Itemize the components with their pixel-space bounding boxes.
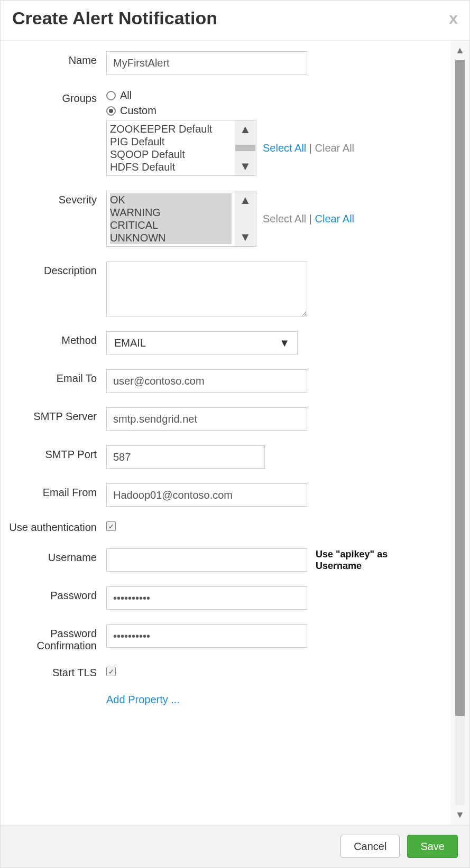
name-input[interactable] xyxy=(106,51,307,74)
separator: | xyxy=(309,142,315,154)
label-use-auth: Use authentication xyxy=(6,521,106,534)
radio-icon xyxy=(106,91,116,100)
close-icon[interactable]: x xyxy=(449,10,458,27)
row-start-tls: Start TLS ✓ xyxy=(6,667,445,679)
chevron-down-icon[interactable]: ▼ xyxy=(239,228,251,246)
method-select[interactable]: EMAIL ▼ xyxy=(106,331,298,354)
list-item[interactable]: ZOOKEEPER Default xyxy=(110,123,232,135)
scroll-thumb[interactable] xyxy=(235,145,255,151)
username-input[interactable] xyxy=(106,548,307,572)
row-name: Name xyxy=(6,51,445,74)
list-item[interactable]: PIG Default xyxy=(110,135,232,148)
label-severity: Severity xyxy=(6,191,106,206)
label-email-to: Email To xyxy=(6,369,106,385)
chevron-down-icon[interactable]: ▼ xyxy=(450,805,469,825)
dialog-title: Create Alert Notification xyxy=(12,8,217,29)
row-email-to: Email To xyxy=(6,369,445,393)
dialog-header: Create Alert Notification x xyxy=(1,1,469,41)
row-password-confirm: Password Confirmation xyxy=(6,624,445,652)
row-method: Method EMAIL ▼ xyxy=(6,331,445,354)
groups-radio-all-label: All xyxy=(120,89,132,101)
list-item[interactable]: OK xyxy=(110,193,232,206)
row-username: Username Use "apikey" as Username xyxy=(6,548,445,572)
start-tls-checkbox[interactable]: ✓ xyxy=(106,667,116,676)
label-password: Password xyxy=(6,586,106,602)
label-start-tls: Start TLS xyxy=(6,667,106,679)
row-email-from: Email From xyxy=(6,483,445,507)
list-item[interactable]: HDFS Default xyxy=(110,161,232,173)
form-scroll-area[interactable]: Name Groups All Custom xyxy=(1,41,450,825)
chevron-down-icon[interactable]: ▼ xyxy=(239,157,251,175)
scroll-thumb[interactable] xyxy=(455,60,465,716)
groups-radio-custom-label: Custom xyxy=(120,105,156,117)
chevron-down-icon: ▼ xyxy=(279,337,290,349)
row-smtp-port: SMTP Port xyxy=(6,445,445,469)
radio-icon xyxy=(106,106,116,116)
label-password-confirm: Password Confirmation xyxy=(6,624,106,652)
dialog-footer: Cancel Save xyxy=(1,825,469,867)
list-item[interactable]: WARNING xyxy=(110,206,232,219)
severity-listbox[interactable]: OK WARNING CRITICAL UNKNOWN ▲ ▼ xyxy=(106,191,256,247)
label-name: Name xyxy=(6,51,106,67)
label-smtp-server: SMTP Server xyxy=(6,407,106,423)
severity-clear-all[interactable]: Clear All xyxy=(315,213,354,225)
listbox-scrollbar[interactable]: ▲ ▼ xyxy=(235,191,256,246)
row-use-auth: Use authentication ✓ xyxy=(6,521,445,534)
description-textarea[interactable] xyxy=(106,262,307,316)
label-email-from: Email From xyxy=(6,483,106,499)
smtp-server-input[interactable] xyxy=(106,407,307,431)
chevron-up-icon[interactable]: ▲ xyxy=(450,41,469,60)
method-value: EMAIL xyxy=(114,337,146,349)
dialog-body: Name Groups All Custom xyxy=(1,41,469,825)
groups-select-all[interactable]: Select All xyxy=(263,142,306,154)
list-item[interactable]: UNKNOWN xyxy=(110,231,232,244)
scroll-track[interactable] xyxy=(455,60,465,805)
list-item[interactable]: CRITICAL xyxy=(110,219,232,231)
label-description: Description xyxy=(6,262,106,277)
password-confirm-input[interactable] xyxy=(106,624,307,648)
save-button[interactable]: Save xyxy=(407,835,458,858)
label-smtp-port: SMTP Port xyxy=(6,445,106,461)
row-add-property: Add Property ... xyxy=(6,694,445,706)
add-property-link[interactable]: Add Property ... xyxy=(106,694,445,706)
password-input[interactable] xyxy=(106,586,307,610)
groups-actions: Select All | Clear All xyxy=(263,142,354,154)
dialog: Create Alert Notification x Name Groups … xyxy=(0,0,470,868)
list-item[interactable]: SQOOP Default xyxy=(110,148,232,161)
groups-radio-all[interactable]: All xyxy=(106,89,445,101)
chevron-up-icon[interactable]: ▲ xyxy=(239,120,251,138)
cancel-button[interactable]: Cancel xyxy=(340,835,400,858)
severity-select-all[interactable]: Select All xyxy=(263,213,306,225)
label-groups: Groups xyxy=(6,89,106,105)
use-auth-checkbox[interactable]: ✓ xyxy=(106,521,116,531)
username-hint: Use "apikey" as Username xyxy=(316,548,406,572)
groups-radio-custom[interactable]: Custom xyxy=(106,105,445,117)
groups-clear-all[interactable]: Clear All xyxy=(315,142,354,154)
severity-actions: Select All | Clear All xyxy=(263,213,354,225)
smtp-port-input[interactable] xyxy=(106,445,265,469)
dialog-scrollbar[interactable]: ▲ ▼ xyxy=(450,41,469,825)
email-to-input[interactable] xyxy=(106,369,307,393)
label-username: Username xyxy=(6,548,106,564)
email-from-input[interactable] xyxy=(106,483,307,507)
row-description: Description xyxy=(6,262,445,316)
row-smtp-server: SMTP Server xyxy=(6,407,445,431)
listbox-scrollbar[interactable]: ▲ ▼ xyxy=(235,120,256,175)
row-severity: Severity OK WARNING CRITICAL UNKNOWN ▲ xyxy=(6,191,445,247)
row-password: Password xyxy=(6,586,445,610)
chevron-up-icon[interactable]: ▲ xyxy=(239,191,251,209)
separator: | xyxy=(309,213,315,225)
groups-listbox[interactable]: ZOOKEEPER Default PIG Default SQOOP Defa… xyxy=(106,120,256,176)
row-groups: Groups All Custom ZOOKEEPER Default xyxy=(6,89,445,176)
label-method: Method xyxy=(6,331,106,347)
